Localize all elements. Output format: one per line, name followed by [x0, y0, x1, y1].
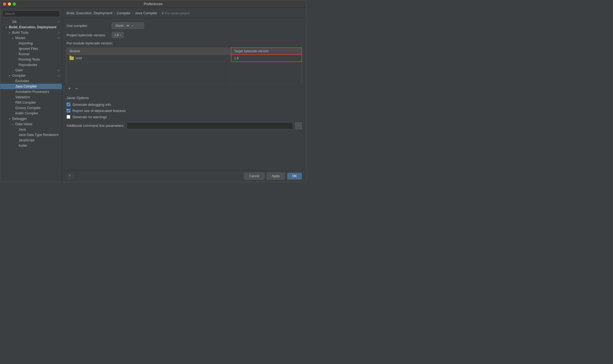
arrow-icon: ▾	[9, 117, 12, 120]
sidebar-item-label: Repositories	[19, 63, 37, 67]
no-warnings-label[interactable]: Generate no warnings	[72, 115, 107, 119]
preferences-window: Preferences Git ⚙ ▾ Build, Execution, De…	[0, 0, 307, 182]
cmd-params-row: Additional command line parameters: ⋯	[67, 122, 302, 129]
panel-body: Use compiler: Javac Eclipse Ajc ▾ Projec…	[62, 18, 306, 170]
sidebar-item-groovy-compiler[interactable]: Groovy Compiler	[0, 105, 62, 111]
sidebar-item-data-views[interactable]: ▾ Data Views	[0, 121, 62, 127]
help-button[interactable]: ?	[67, 173, 72, 179]
sidebar-item-javascript[interactable]: JavaScript	[0, 138, 62, 143]
apply-button[interactable]: Apply	[267, 173, 285, 180]
panel-header: Build, Execution, Deployment › Compiler …	[62, 8, 306, 18]
sidebar-item-rmi-compiler[interactable]: RMI Compiler	[0, 100, 62, 105]
sidebar-item-label: Java Compiler	[15, 85, 37, 88]
sidebar-item-build-tools[interactable]: ▾ Build Tools ⚙	[0, 30, 62, 35]
deprecated-checkbox[interactable]	[67, 109, 70, 113]
sidebar-item-label: Build, Execution, Deployment	[9, 25, 56, 29]
sidebar-item-repositories[interactable]: Repositories	[0, 62, 62, 68]
debug-info-label[interactable]: Generate debugging info	[72, 103, 111, 107]
sidebar-item-label: Maven	[15, 36, 26, 40]
sidebar-item-label: Gant	[15, 68, 23, 72]
module-name-cell: ixnd	[67, 55, 231, 62]
use-compiler-label: Use compiler:	[67, 24, 110, 28]
sidebar-item-label: Excludes	[15, 79, 29, 83]
dropdown-arrow-icon: ▾	[132, 24, 133, 27]
sidebar-item-java-data-type[interactable]: Java Data Type Renderers	[0, 132, 62, 138]
settings-icon: ⚙	[57, 31, 60, 34]
sidebar-item-label: RMI Compiler	[15, 101, 36, 104]
deprecated-label[interactable]: Report use of deprecated features	[72, 109, 126, 113]
checkbox-row-debug: Generate debugging info	[67, 103, 302, 107]
current-project-label: 🖥 For current project	[161, 12, 189, 15]
sidebar-item-java-dv[interactable]: Java	[0, 127, 62, 132]
sidebar-item-java-compiler[interactable]: Java Compiler	[0, 84, 62, 89]
bottom-bar: ? Cancel Apply OK	[62, 170, 306, 182]
breadcrumb-sep1: ›	[114, 11, 115, 15]
table-row[interactable]: ixnd 1.8	[67, 55, 302, 62]
sidebar-item-compiler[interactable]: ▾ Compiler ⚙	[0, 73, 62, 78]
breadcrumb-sep2: ›	[132, 11, 133, 15]
traffic-lights	[3, 2, 16, 6]
breadcrumb-part2: Compiler	[117, 11, 131, 15]
bytecode-version-row: Project bytecode version: 1.8 ▾	[67, 32, 302, 38]
remove-module-button[interactable]: −	[74, 86, 79, 92]
sidebar-item-gant[interactable]: Gant ⚙	[0, 68, 62, 73]
use-compiler-select[interactable]: Javac Eclipse Ajc ▾	[112, 22, 144, 29]
arrow-icon: ▾	[9, 31, 12, 34]
sidebar-item-excludes[interactable]: Excludes	[0, 78, 62, 84]
bytecode-label: Project bytecode version:	[67, 33, 110, 37]
per-module-label: Per-module bytecode version:	[67, 41, 302, 45]
sidebar-item-kotlin[interactable]: Kotlin	[0, 143, 62, 148]
cmd-params-label: Additional command line parameters:	[67, 124, 124, 128]
compiler-dropdown[interactable]: Javac Eclipse Ajc	[114, 23, 130, 28]
cmd-params-expand-button[interactable]: ⋯	[295, 122, 302, 129]
sidebar-item-maven[interactable]: ▾ Maven ⚙	[0, 35, 62, 41]
sidebar-item-kotlin-compiler[interactable]: Kotlin Compiler	[0, 111, 62, 116]
module-version: 1.8	[234, 56, 239, 60]
main-content: Git ⚙ ▾ Build, Execution, Deployment ▾ B…	[0, 8, 306, 182]
sidebar-item-validation[interactable]: Validation	[0, 94, 62, 100]
sidebar-item-annotation-processors[interactable]: Annotation Processors	[0, 89, 62, 94]
sidebar-item-ignored-files[interactable]: Ignored Files	[0, 46, 62, 51]
sidebar-item-debugger[interactable]: ▾ Debugger	[0, 116, 62, 121]
sidebar-item-runner[interactable]: Runner	[0, 51, 62, 57]
sidebar-item-label: Git	[12, 20, 16, 24]
table-empty-row	[67, 62, 302, 83]
sidebar-item-git[interactable]: Git ⚙	[0, 19, 62, 24]
title-bar: Preferences	[0, 0, 306, 8]
settings-icon: ⚙	[57, 69, 60, 72]
sidebar-item-label: Annotation Processors	[15, 90, 49, 94]
ok-button[interactable]: OK	[287, 173, 302, 180]
javac-options-title: Javac Options	[67, 96, 302, 100]
sidebar-item-label: Kotlin Compiler	[15, 111, 38, 115]
minimize-button[interactable]	[8, 2, 11, 6]
col-header-version: Target bytecode version	[231, 48, 302, 55]
expand-icon: ⋯	[297, 124, 300, 127]
debug-info-checkbox[interactable]	[67, 103, 70, 106]
sidebar-item-label: Compiler	[12, 74, 26, 78]
sidebar-item-importing[interactable]: Importing	[0, 41, 62, 46]
project-label-text: For current project	[165, 12, 189, 15]
sidebar-item-label: Debugger	[12, 117, 27, 121]
cancel-button[interactable]: Cancel	[244, 173, 264, 180]
settings-icon: ⚙	[57, 37, 60, 40]
sidebar-item-label: JavaScript	[19, 138, 34, 142]
table-toolbar: + −	[67, 85, 302, 93]
close-button[interactable]	[3, 2, 6, 6]
maximize-button[interactable]	[13, 2, 16, 6]
checkbox-row-no-warnings: Generate no warnings	[67, 115, 302, 119]
sidebar-item-running-tests[interactable]: Running Tests	[0, 57, 62, 62]
sidebar-item-label: Ignored Files	[19, 47, 38, 51]
sidebar-item-label: Java Data Type Renderers	[19, 133, 58, 137]
sidebar: Git ⚙ ▾ Build, Execution, Deployment ▾ B…	[0, 8, 62, 182]
right-panel: Build, Execution, Deployment › Compiler …	[62, 8, 306, 182]
cmd-params-input[interactable]	[127, 122, 293, 129]
search-input[interactable]	[2, 10, 60, 17]
no-warnings-checkbox[interactable]	[67, 115, 70, 119]
sidebar-item-build-execution-deployment[interactable]: ▾ Build, Execution, Deployment	[0, 24, 62, 30]
add-module-button[interactable]: +	[67, 86, 72, 92]
sidebar-item-label: Runner	[19, 52, 30, 56]
arrow-icon: ▾	[12, 37, 15, 40]
version-dropdown-arrow-icon: ▾	[120, 34, 121, 37]
col-header-module: Module	[67, 48, 231, 55]
bytecode-version-select[interactable]: 1.8 ▾	[112, 32, 124, 38]
